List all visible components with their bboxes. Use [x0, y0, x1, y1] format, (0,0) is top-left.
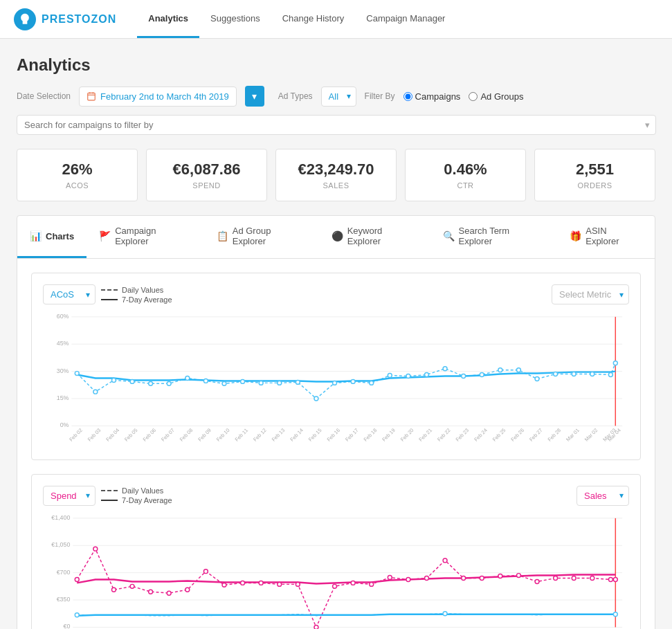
- svg-point-107: [425, 576, 429, 581]
- chart1-metric-wrap: ACoS Spend Sales CTR Orders: [43, 284, 96, 304]
- svg-point-43: [590, 372, 594, 376]
- svg-point-99: [278, 582, 282, 586]
- campaign-search-input[interactable]: [17, 115, 656, 135]
- svg-point-20: [167, 381, 171, 385]
- chart2-svg: €1,400 €1,050 €700 €350 €0: [43, 511, 629, 629]
- svg-point-115: [572, 576, 576, 581]
- svg-point-26: [278, 381, 282, 385]
- svg-text:Feb 05: Feb 05: [123, 427, 139, 443]
- nav-item-campaign-manager[interactable]: Campaign Manager: [355, 1, 456, 38]
- svg-point-25: [259, 381, 263, 385]
- stat-sales: €23,249.70 SALES: [275, 149, 397, 201]
- stat-spend-value: €6,087.86: [158, 161, 255, 179]
- svg-point-22: [203, 379, 208, 383]
- svg-text:Feb 19: Feb 19: [381, 427, 397, 443]
- chart1-metric-select[interactable]: ACoS Spend Sales CTR Orders: [43, 284, 96, 304]
- svg-text:Mar 02: Mar 02: [583, 427, 599, 443]
- nav-item-analytics[interactable]: Analytics: [137, 1, 199, 38]
- svg-text:Feb 22: Feb 22: [436, 427, 452, 443]
- svg-text:Feb 27: Feb 27: [528, 427, 544, 443]
- svg-text:Feb 03: Feb 03: [87, 427, 102, 443]
- charts-icon: 📊: [30, 230, 42, 241]
- tab-search-term-explorer[interactable]: 🔍 Search Term Explorer: [430, 216, 558, 258]
- svg-point-88: [75, 578, 79, 582]
- chart2-right-metric-wrap: Sales ACoS Spend CTR Orders: [576, 486, 629, 506]
- svg-point-34: [425, 373, 429, 377]
- svg-point-100: [296, 582, 300, 586]
- chart1-svg-wrap: 60% 45% 30% 15% 0%: [43, 310, 629, 448]
- chart1-legend: Daily Values 7-Day Average: [101, 286, 172, 304]
- svg-rect-0: [88, 93, 96, 100]
- chart2-metric-select[interactable]: Spend ACoS Sales CTR Orders: [43, 486, 96, 506]
- tab-charts-label: Charts: [46, 231, 74, 241]
- svg-point-44: [608, 373, 612, 377]
- adgroup-icon: 📋: [217, 230, 228, 241]
- svg-point-32: [388, 374, 392, 378]
- date-range-text: February 2nd to March 4th 2019: [100, 91, 229, 102]
- svg-text:Feb 15: Feb 15: [307, 427, 323, 443]
- svg-text:Feb 02: Feb 02: [68, 427, 84, 443]
- logo[interactable]: PRESTOZON: [14, 8, 116, 30]
- svg-point-45: [613, 361, 617, 365]
- stat-acos: 26% ACOS: [17, 149, 138, 201]
- svg-point-92: [149, 590, 153, 594]
- nav-item-suggestions[interactable]: Suggestions: [199, 1, 271, 38]
- tab-charts[interactable]: 📊 Charts: [17, 216, 87, 258]
- tab-asin-explorer[interactable]: 🎁 ASIN Explorer: [557, 216, 655, 258]
- svg-text:Feb 13: Feb 13: [271, 427, 287, 443]
- svg-point-19: [149, 381, 153, 385]
- date-arrow-button[interactable]: ▾: [245, 86, 264, 107]
- radio-adgroups-input[interactable]: [469, 92, 478, 101]
- tab-keyword-label: Keyword Explorer: [347, 226, 418, 246]
- svg-point-93: [167, 591, 171, 595]
- logo-icon: [14, 8, 36, 30]
- asin-icon: 🎁: [570, 230, 581, 241]
- legend2-daily-label: Daily Values: [122, 486, 163, 495]
- chart1-right-metric-select[interactable]: Select Metric ACoS Spend Sales CTR Order…: [552, 284, 629, 304]
- radio-campaigns[interactable]: Campaigns: [403, 91, 461, 102]
- radio-adgroups[interactable]: Ad Groups: [469, 91, 523, 102]
- svg-text:Feb 28: Feb 28: [547, 427, 563, 443]
- stat-spend: €6,087.86 SPEND: [146, 149, 267, 201]
- svg-point-94: [185, 587, 190, 592]
- radio-campaigns-input[interactable]: [403, 92, 412, 101]
- svg-text:45%: 45%: [57, 340, 69, 347]
- svg-text:Feb 07: Feb 07: [160, 427, 176, 443]
- keyword-icon: ⚫: [332, 230, 343, 241]
- legend2-daily-line: [101, 490, 118, 491]
- svg-point-120: [443, 612, 447, 616]
- svg-point-41: [554, 372, 558, 376]
- tab-campaign-explorer[interactable]: 🚩 Campaign Explorer: [87, 216, 204, 258]
- stat-sales-label: SALES: [287, 181, 385, 190]
- stats-row: 26% ACOS €6,087.86 SPEND €23,249.70 SALE…: [17, 149, 655, 201]
- svg-point-18: [130, 379, 134, 383]
- chart1-svg: 60% 45% 30% 15% 0%: [43, 310, 629, 446]
- page-content: Analytics Date Selection February 2nd to…: [0, 39, 672, 629]
- charts-area: ACoS Spend Sales CTR Orders Daily Values: [17, 259, 655, 629]
- nav-item-change-history[interactable]: Change History: [271, 1, 356, 38]
- svg-text:Feb 12: Feb 12: [252, 427, 268, 443]
- svg-point-104: [370, 582, 374, 586]
- svg-point-28: [314, 396, 318, 401]
- svg-point-109: [462, 576, 466, 581]
- radio-campaigns-label: Campaigns: [415, 91, 461, 102]
- svg-point-29: [333, 381, 337, 385]
- svg-point-39: [516, 368, 520, 372]
- legend-daily: Daily Values: [101, 286, 172, 294]
- svg-point-119: [75, 613, 79, 617]
- svg-point-91: [130, 584, 134, 588]
- date-picker[interactable]: February 2nd to March 4th 2019: [79, 86, 237, 107]
- svg-point-16: [93, 390, 98, 394]
- filter-by-label: Filter By: [365, 91, 395, 101]
- tab-adgroup-explorer[interactable]: 📋 Ad Group Explorer: [204, 216, 319, 258]
- svg-point-96: [222, 583, 226, 587]
- stat-spend-label: SPEND: [158, 181, 255, 190]
- chart-card-acos: ACoS Spend Sales CTR Orders Daily Values: [31, 273, 641, 460]
- ad-types-select[interactable]: All: [321, 86, 356, 107]
- chart1-right: Select Metric ACoS Spend Sales CTR Order…: [552, 284, 629, 304]
- svg-point-42: [572, 372, 576, 376]
- stat-ctr-value: 0.46%: [417, 161, 514, 179]
- tab-keyword-explorer[interactable]: ⚫ Keyword Explorer: [319, 216, 430, 258]
- chart2-right-metric-select[interactable]: Sales ACoS Spend CTR Orders: [576, 486, 629, 506]
- svg-point-108: [443, 558, 447, 563]
